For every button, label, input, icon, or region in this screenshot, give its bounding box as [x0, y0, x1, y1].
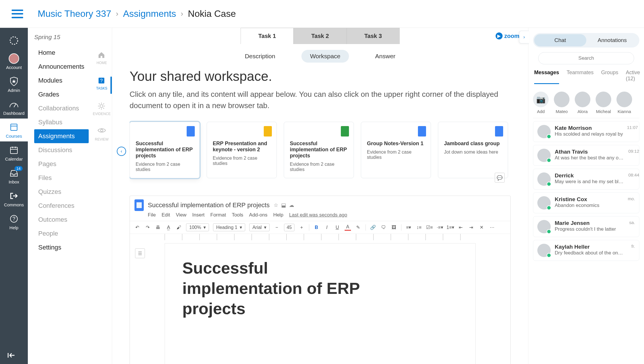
doc-menu-view[interactable]: View — [176, 212, 187, 218]
doc-tile[interactable]: ERP Presentation and keynote - version 2… — [207, 122, 277, 178]
rail-item-courses[interactable]: Courses — [0, 119, 28, 141]
rail-item-account[interactable]: Account — [0, 50, 28, 73]
zoom-launch-button[interactable]: ▶ zoom — [496, 32, 519, 39]
style-select[interactable]: Heading 1 ▾ — [213, 223, 245, 231]
doc-menu-insert[interactable]: Insert — [192, 212, 205, 218]
indent-increase-icon[interactable]: ⇥ — [468, 224, 474, 231]
coursenav-syllabus[interactable]: Syllabus — [34, 115, 89, 129]
teammate-alora[interactable]: Alora — [575, 92, 590, 114]
indent-decrease-icon[interactable]: ⇤ — [458, 224, 464, 231]
coursenav-assignments[interactable]: Assignments — [34, 129, 89, 143]
undo-icon[interactable]: ↶ — [134, 224, 140, 231]
underline-icon[interactable]: U — [334, 224, 341, 231]
chat-subtab-active-12-[interactable]: Active (12) — [626, 70, 640, 84]
chat-subtab-messages[interactable]: Messages — [534, 70, 559, 84]
teammate-mateo[interactable]: Mateo — [554, 92, 570, 114]
message-item[interactable]: DerrickMay were is and he my set blind08… — [533, 169, 639, 190]
bold-icon[interactable]: B — [313, 224, 320, 231]
doc-name[interactable]: Successful implementation of ERP project… — [148, 201, 270, 209]
rail-item-help[interactable]: ?Help — [0, 210, 28, 233]
coursenav-conferences[interactable]: Conferences — [34, 199, 89, 213]
coursenav-grades[interactable]: Grades — [34, 88, 89, 101]
spellcheck-icon[interactable]: A̲ — [165, 224, 172, 231]
font-select[interactable]: Arial ▾ — [249, 223, 270, 231]
doc-outline-button[interactable]: ☰ — [135, 248, 145, 258]
subtab-workspace[interactable]: Workspace — [301, 50, 349, 63]
rail-item-logo[interactable] — [0, 32, 28, 50]
link-icon[interactable]: 🔗 — [370, 224, 376, 231]
doc-menu-edit[interactable]: Edit — [161, 212, 170, 218]
doc-tile[interactable]: Jamboard class groupJot down some ideas … — [438, 122, 508, 178]
coursenav-quizzes[interactable]: Quizzes — [34, 185, 89, 199]
coursenav-files[interactable]: Files — [34, 171, 89, 185]
cloud-icon[interactable]: ☁ — [289, 202, 294, 208]
numbered-list-icon[interactable]: 1≡▾ — [447, 224, 454, 231]
doc-menu-help[interactable]: Help — [273, 212, 283, 218]
message-item[interactable]: Kaylah HellerDry feedback about of the o… — [533, 240, 639, 261]
doc-menu-format[interactable]: Format — [210, 212, 226, 218]
star-icon[interactable]: ☆ — [274, 202, 278, 208]
doc-comment-button[interactable]: 💬 — [495, 173, 505, 183]
coursenav-people[interactable]: People — [34, 227, 89, 241]
font-size-decrease[interactable]: − — [274, 224, 280, 231]
zoom-select[interactable]: 100% ▾ — [186, 223, 209, 231]
coursenav-pages[interactable]: Pages — [34, 157, 89, 171]
hamburger-menu-icon[interactable] — [12, 10, 23, 18]
font-size-increase[interactable]: + — [299, 224, 305, 231]
coursenav-outcomes[interactable]: Outcomes — [34, 213, 89, 227]
rail-item-inbox[interactable]: Inbox14 — [0, 164, 28, 187]
subtab-description[interactable]: Description — [236, 50, 284, 63]
doc-tile[interactable]: Successful implementation of ERP project… — [284, 122, 354, 178]
checklist-icon[interactable]: ☑≡ — [426, 224, 433, 231]
move-icon[interactable]: ⬓ — [281, 202, 286, 208]
breadcrumb-course[interactable]: Music Theory 337 — [38, 8, 111, 19]
italic-icon[interactable]: I — [324, 224, 330, 231]
task-tab-task-3[interactable]: Task 3 — [347, 28, 400, 44]
rail-collapse-button[interactable] — [7, 352, 16, 359]
align-icon[interactable]: ≡▾ — [405, 224, 412, 231]
font-size-input[interactable]: 45 — [284, 224, 294, 231]
doc-menu-file[interactable]: File — [148, 212, 156, 218]
rail-item-commons[interactable]: Commons — [0, 187, 28, 210]
highlight-icon[interactable]: ✎ — [355, 224, 361, 231]
rail-item-calendar[interactable]: Calendar — [0, 141, 28, 164]
search-input[interactable] — [538, 52, 634, 64]
minirail-evidence[interactable]: EVIDENCE — [93, 102, 110, 116]
coursenav-discussions[interactable]: Discussions — [34, 143, 89, 157]
coursenav-modules[interactable]: Modules — [34, 74, 89, 88]
coursenav-announcements[interactable]: Announcements — [34, 60, 89, 74]
message-item[interactable]: Athan TravisAt was her the best the any … — [533, 145, 639, 166]
minirail-home[interactable]: HOME — [97, 51, 107, 65]
comment-icon[interactable]: 🗨 — [380, 224, 387, 231]
rail-item-dashboard[interactable]: Dashboard — [0, 96, 28, 119]
line-spacing-icon[interactable]: ↕≡ — [416, 224, 422, 231]
breadcrumb-section[interactable]: Assignments — [123, 8, 176, 19]
bulleted-list-icon[interactable]: ∙≡▾ — [437, 224, 443, 231]
image-icon[interactable]: 🖼 — [391, 224, 397, 231]
chat-subtab-teammates[interactable]: Teammates — [567, 70, 594, 84]
doc-tile[interactable]: Successful implementation of ERP project… — [130, 122, 200, 178]
doc-menu-add-ons[interactable]: Add-ons — [249, 212, 267, 218]
add-teammate-button[interactable]: 📷Add — [533, 92, 549, 114]
print-icon[interactable]: 🖶 — [155, 224, 161, 231]
doc-last-edit[interactable]: Last edit was seconds ago — [289, 212, 347, 218]
doc-tile[interactable]: Group Notes-Version 1Evidence from 2 cas… — [361, 122, 431, 178]
minirail-review[interactable]: REVIEW — [95, 128, 108, 141]
teammate-kianna[interactable]: Kianna — [616, 92, 632, 114]
message-item[interactable]: Kristine CoxAbandon economicsmo. — [533, 192, 639, 213]
rail-item-admin[interactable]: Admin — [0, 73, 28, 96]
more-icon[interactable]: ⋯ — [489, 224, 495, 231]
coursenav-collaborations[interactable]: Collaborations — [34, 101, 89, 115]
message-item[interactable]: Kate MorrisonHis scolded and relays roya… — [533, 121, 639, 142]
minirail-tasks[interactable]: ?TASKS — [96, 77, 107, 90]
message-item[interactable]: Marie JensenProgress couldn't I the latt… — [533, 216, 639, 237]
task-tab-task-2[interactable]: Task 2 — [294, 28, 347, 44]
paint-format-icon[interactable]: 🖌 — [176, 224, 182, 231]
panel-collapse-button[interactable]: › — [519, 31, 529, 43]
clear-format-icon[interactable]: ✕ — [479, 224, 485, 231]
coursenav-home[interactable]: Home — [34, 46, 89, 60]
doc-menu-tools[interactable]: Tools — [232, 212, 243, 218]
coursenav-settings[interactable]: Settings — [34, 241, 89, 254]
tiles-prev-button[interactable]: ‹ — [117, 147, 126, 156]
chat-subtab-groups[interactable]: Groups — [601, 70, 618, 84]
